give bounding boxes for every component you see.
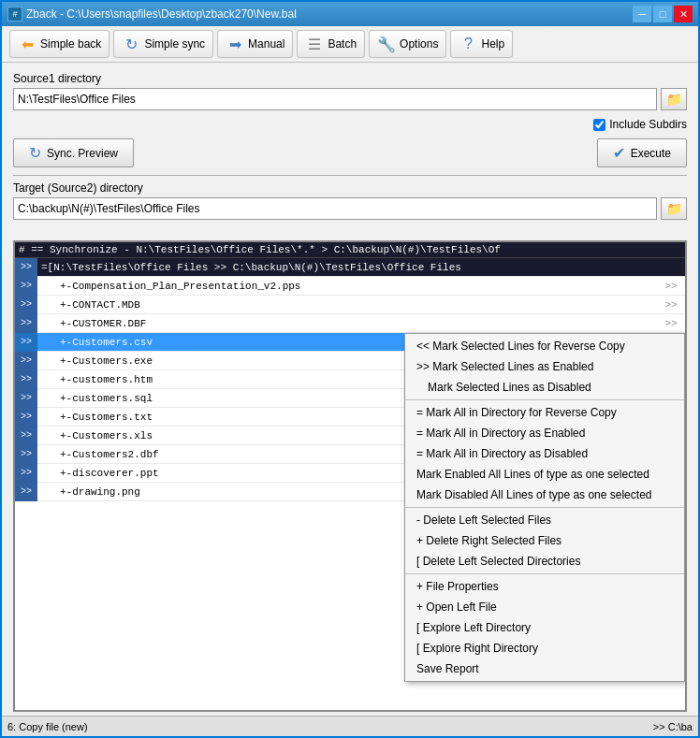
target-row: 📁 — [13, 197, 687, 220]
ctx-open-left[interactable]: + Open Left File — [405, 597, 684, 617]
include-subdirs-label: Include Subdirs — [609, 118, 687, 131]
ctx-mark-reverse[interactable]: << Mark Selected Lines for Reverse Copy — [405, 336, 684, 356]
options-label: Options — [400, 37, 438, 51]
target-browse-button[interactable]: 📁 — [661, 197, 687, 220]
row-checkbox — [37, 333, 56, 352]
row-arrow: >> — [15, 314, 37, 333]
table-row[interactable]: >> +-CONTACT.MDB >> — [15, 296, 685, 314]
ctx-delete-left[interactable]: - Delete Left Selected Files — [405, 510, 684, 530]
row-checkbox — [37, 296, 56, 314]
simple-sync-label: Simple sync — [144, 37, 205, 51]
row-checkbox — [37, 352, 56, 370]
row-checkbox — [37, 314, 56, 333]
ctx-mark-enabled-type[interactable]: Mark Enabled All Lines of type as one se… — [405, 464, 684, 485]
sync-preview-button[interactable]: ↻ Sync. Preview — [13, 138, 134, 167]
row-checkbox — [37, 408, 56, 427]
row-arrow: >> — [15, 464, 37, 483]
row-arrow: >> — [15, 370, 37, 389]
action-row: ↻ Sync. Preview ✔ Execute — [13, 138, 687, 167]
ctx-mark-disabled-type[interactable]: Mark Disabled All Lines of type as one s… — [405, 485, 684, 505]
options-button[interactable]: 🔧 Options — [369, 30, 446, 58]
status-text: 6: Copy file (new) — [7, 721, 88, 732]
ctx-mark-enabled[interactable]: >> Mark Selected Lines as Enabled — [405, 356, 684, 377]
table-row[interactable]: >> +-Compensation_Plan_Presentation_v2.p… — [15, 277, 685, 296]
status-bar: 6: Copy file (new) >> C:\ba — [2, 716, 698, 736]
table-row[interactable]: >> +-CUSTOMER.DBF >> — [15, 314, 685, 333]
row-checkbox — [37, 427, 56, 445]
panel-header: # == Synchronize - N:\TestFiles\Office F… — [15, 242, 685, 258]
ctx-explore-right[interactable]: [ Explore Right Directory — [405, 638, 684, 658]
row-arrow: >> — [15, 333, 37, 352]
row-arrow: >> — [15, 427, 37, 445]
batch-icon: ☰ — [305, 35, 324, 53]
toolbar: ⬅ Simple back ↻ Simple sync ➡ Manual ☰ B… — [2, 26, 698, 63]
row-checkbox — [37, 389, 56, 408]
simple-back-label: Simple back — [40, 37, 101, 51]
sync-preview-icon: ↻ — [29, 144, 41, 162]
simple-sync-button[interactable]: ↻ Simple sync — [113, 30, 213, 58]
ctx-delete-right[interactable]: + Delete Right Selected Files — [405, 530, 684, 551]
maximize-button[interactable]: □ — [653, 6, 672, 22]
ctx-mark-all-disabled[interactable]: = Mark All in Directory as Disabled — [405, 443, 684, 464]
source1-label: Source1 directory — [13, 72, 687, 85]
row-arrow: >> — [15, 483, 37, 501]
title-bar-left: # Zback - C:\Users\snapfiles\Desktop\zba… — [7, 7, 297, 22]
row-filename: +-CONTACT.MDB — [56, 299, 657, 311]
help-button[interactable]: ? Help — [450, 30, 513, 58]
minimize-button[interactable]: ─ — [633, 6, 651, 22]
row-checkbox — [37, 370, 56, 389]
status-right: >> C:\ba — [653, 721, 693, 732]
simple-back-button[interactable]: ⬅ Simple back — [9, 30, 109, 58]
row-arrow: >> — [15, 389, 37, 408]
main-form: Source1 directory 📁 Include Subdirs ↻ Sy… — [2, 63, 698, 237]
ctx-save-report[interactable]: Save Report — [405, 658, 684, 679]
ctx-explore-left[interactable]: [ Explore Left Directory — [405, 617, 684, 638]
row-arrow: >> — [15, 352, 37, 370]
manual-label: Manual — [248, 37, 284, 51]
row-sync-arrow: >> — [657, 318, 685, 329]
ctx-sep-2 — [405, 507, 684, 508]
execute-icon: ✔ — [613, 144, 625, 162]
back-icon: ⬅ — [18, 35, 36, 53]
target-group: Target (Source2) directory 📁 — [13, 181, 687, 220]
row-filename: +-Compensation_Plan_Presentation_v2.pps — [56, 281, 657, 292]
ctx-mark-all-reverse[interactable]: = Mark All in Directory for Reverse Copy — [405, 402, 684, 423]
row-checkbox — [37, 277, 56, 296]
source1-browse-button[interactable]: 📁 — [661, 88, 687, 110]
ctx-mark-disabled[interactable]: Mark Selected Lines as Disabled — [405, 377, 684, 398]
row-arrow: >> — [15, 277, 37, 296]
row-sync-arrow: >> — [657, 299, 685, 311]
form-divider — [13, 175, 687, 176]
source1-group: Source1 directory 📁 — [13, 72, 687, 110]
ctx-sep-3 — [405, 573, 684, 574]
file-list[interactable]: >> =[N:\TestFiles\Office Files >> C:\bac… — [15, 258, 685, 710]
batch-button[interactable]: ☰ Batch — [297, 30, 365, 58]
help-label: Help — [481, 37, 504, 51]
close-button[interactable]: ✕ — [674, 6, 693, 22]
source1-row: 📁 — [13, 88, 687, 110]
target-input[interactable] — [13, 197, 657, 220]
execute-label: Execute — [631, 147, 671, 160]
sync-icon: ↻ — [122, 35, 140, 53]
execute-button[interactable]: ✔ Execute — [597, 138, 687, 167]
row-checkbox — [37, 445, 56, 464]
manual-button[interactable]: ➡ Manual — [217, 30, 293, 58]
context-menu: << Mark Selected Lines for Reverse Copy … — [404, 333, 685, 682]
window-title: Zback - C:\Users\snapfiles\Desktop\zback… — [26, 7, 297, 21]
row-arrow: >> — [15, 408, 37, 427]
ctx-mark-all-enabled[interactable]: = Mark All in Directory as Enabled — [405, 423, 684, 443]
row-arrow: >> — [15, 445, 37, 464]
include-subdirs-checkbox[interactable] — [593, 119, 605, 131]
target-label: Target (Source2) directory — [13, 181, 687, 195]
row-checkbox — [37, 464, 56, 483]
ctx-delete-left-dir[interactable]: [ Delete Left Selected Directories — [405, 551, 684, 572]
options-icon: 🔧 — [377, 35, 396, 53]
row-arrow: >> — [15, 296, 37, 314]
title-bar: # Zback - C:\Users\snapfiles\Desktop\zba… — [2, 2, 698, 26]
subheader-text: =[N:\TestFiles\Office Files >> C:\backup… — [37, 262, 685, 273]
ctx-file-props[interactable]: + File Properties — [405, 576, 684, 597]
source1-input[interactable] — [13, 88, 657, 110]
file-panel: # == Synchronize - N:\TestFiles\Office F… — [13, 240, 687, 712]
sync-preview-label: Sync. Preview — [47, 147, 118, 160]
manual-icon: ➡ — [226, 35, 244, 53]
